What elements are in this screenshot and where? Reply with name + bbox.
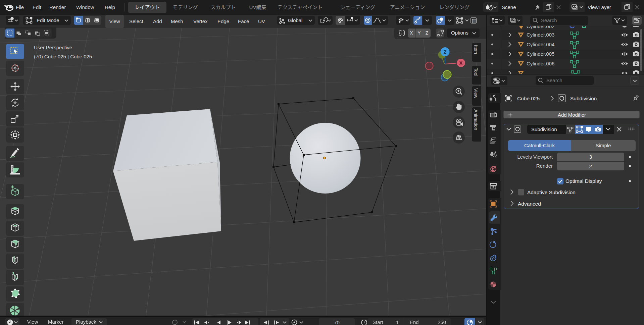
svg-text:Cylinder.002: Cylinder.002 <box>527 26 554 29</box>
svg-text:Cylinder.005: Cylinder.005 <box>527 51 554 57</box>
svg-text:Subdivision: Subdivision <box>570 96 597 101</box>
svg-text:Cylinder.004: Cylinder.004 <box>527 42 554 47</box>
svg-text:Adaptive Subdivision: Adaptive Subdivision <box>527 189 576 195</box>
svg-text:X: X <box>459 60 463 66</box>
svg-text:Add Modifier: Add Modifier <box>558 112 586 118</box>
svg-text:Cylinder.003: Cylinder.003 <box>527 32 554 38</box>
svg-text:Edit Mode: Edit Mode <box>37 17 59 23</box>
svg-text:Search: Search <box>541 17 557 23</box>
svg-text:Subdivision: Subdivision <box>531 126 557 132</box>
svg-text:Search: Search <box>546 77 562 83</box>
svg-text:Advanced: Advanced <box>518 201 541 207</box>
svg-text:Cube.025: Cube.025 <box>517 96 540 101</box>
svg-text:Cylinder.006: Cylinder.006 <box>527 61 554 66</box>
svg-text:Z: Z <box>444 49 447 55</box>
svg-text:Global: Global <box>288 17 302 23</box>
